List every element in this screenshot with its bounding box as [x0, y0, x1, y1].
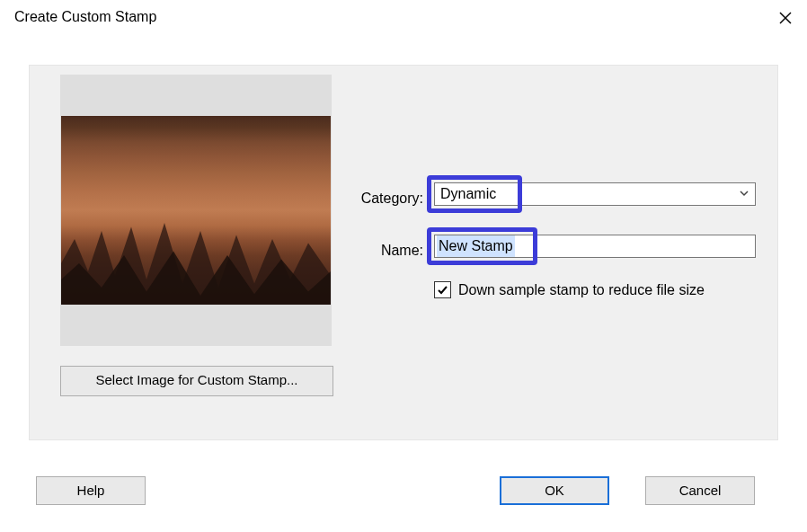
cancel-button[interactable]: Cancel — [645, 476, 755, 505]
window-title: Create Custom Stamp — [14, 9, 156, 25]
dialog-body: Select Image for Custom Stamp... Categor… — [29, 65, 778, 440]
category-combobox[interactable]: Dynamic — [434, 182, 756, 206]
cancel-button-label: Cancel — [679, 483, 722, 498]
downsample-label: Down sample stamp to reduce file size — [458, 282, 705, 298]
name-input-value: New Stamp — [437, 235, 515, 257]
ok-button[interactable]: OK — [500, 476, 609, 505]
stamp-preview-image — [61, 116, 331, 305]
chevron-down-icon — [739, 183, 749, 205]
help-button-label: Help — [77, 483, 105, 498]
downsample-checkbox[interactable] — [434, 281, 451, 298]
close-button[interactable] — [776, 9, 794, 27]
stamp-preview — [60, 75, 332, 346]
select-image-button-label: Select Image for Custom Stamp... — [95, 372, 297, 387]
select-image-button[interactable]: Select Image for Custom Stamp... — [60, 366, 333, 396]
name-input[interactable]: New Stamp — [434, 235, 756, 258]
help-button[interactable]: Help — [36, 476, 146, 505]
category-value: Dynamic — [440, 186, 496, 201]
downsample-row: Down sample stamp to reduce file size — [434, 281, 705, 298]
ok-button-label: OK — [545, 483, 564, 498]
name-label: Name: — [348, 243, 423, 259]
close-icon — [779, 12, 792, 24]
category-label: Category: — [348, 191, 423, 207]
title-bar: Create Custom Stamp — [0, 0, 807, 32]
checkmark-icon — [437, 284, 448, 296]
